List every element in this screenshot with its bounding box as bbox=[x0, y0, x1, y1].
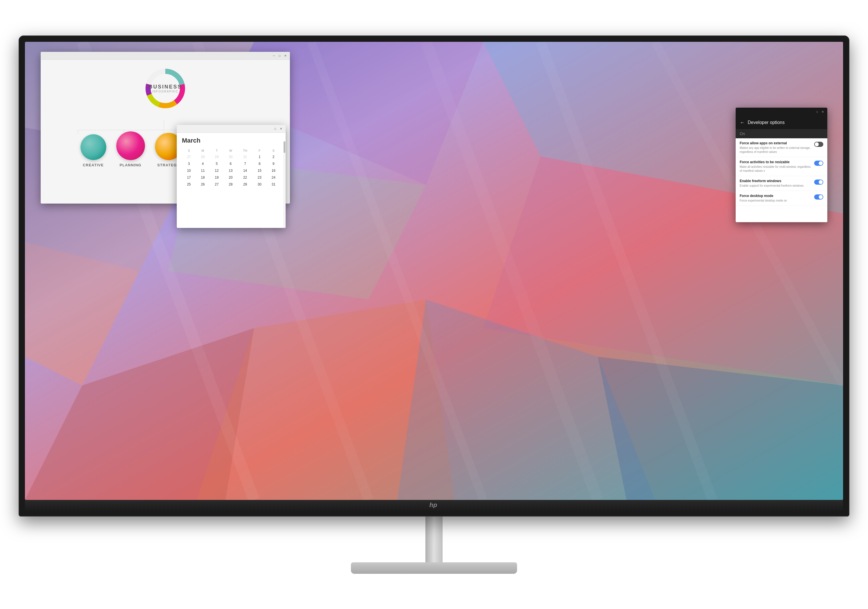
monitor-screen: ─ □ ✕ bbox=[25, 42, 843, 500]
hp-logo: hp bbox=[428, 501, 440, 510]
calendar-window: □ ✕ March S M T W bbox=[177, 125, 285, 228]
monitor-chin: hp bbox=[25, 500, 843, 512]
cal-day-8[interactable]: 8 bbox=[253, 160, 267, 167]
dev-back-icon[interactable]: ← bbox=[740, 120, 745, 126]
dev-option-2-title: Force activities to be resizable bbox=[740, 160, 811, 164]
dev-option-2-text: Force activities to be resizable Make al… bbox=[740, 160, 814, 173]
cal-day-10[interactable]: 10 bbox=[182, 167, 196, 174]
calendar-grid: S M T W TH F S bbox=[182, 148, 281, 188]
calendar-body: March S M T W TH F S bbox=[177, 133, 285, 192]
cal-day-17[interactable]: 17 bbox=[182, 174, 196, 181]
monitor-frame: ─ □ ✕ bbox=[19, 36, 849, 516]
calendar-week-1: 3 4 5 6 7 8 9 bbox=[182, 160, 281, 167]
calendar-titlebar: □ ✕ bbox=[177, 125, 285, 133]
circle-planning-ball bbox=[116, 131, 145, 160]
calendar-month-label: March bbox=[182, 137, 281, 144]
cal-day-25[interactable]: 25 bbox=[182, 181, 196, 188]
infographic-restore-btn[interactable]: □ bbox=[277, 53, 282, 58]
cal-header-m: M bbox=[196, 148, 210, 153]
cal-day-29[interactable]: 29 bbox=[237, 181, 253, 188]
dev-option-2-desc: Make all activities resizable for multi-… bbox=[740, 165, 811, 173]
dev-option-1-desc: Makes any app eligible to be written to … bbox=[740, 146, 811, 154]
cal-day-30[interactable]: 30 bbox=[253, 181, 267, 188]
dev-option-4-title: Force desktop mode bbox=[740, 194, 811, 198]
dev-option-2: Force activities to be resizable Make al… bbox=[736, 157, 827, 176]
cal-day-16[interactable]: 16 bbox=[267, 167, 281, 174]
dev-option-3-desc: Enable support for experimental freeform… bbox=[740, 184, 811, 188]
calendar-header-row: S M T W TH F S bbox=[182, 148, 281, 153]
calendar-week-2: 10 11 12 13 14 15 16 bbox=[182, 167, 281, 174]
cal-day-2[interactable]: 2 bbox=[267, 153, 281, 160]
calendar-week-3: 17 18 19 20 22 23 24 bbox=[182, 174, 281, 181]
dev-option-1-title: Force allow apps on external bbox=[740, 141, 811, 145]
cal-day-24[interactable]: 24 bbox=[267, 174, 281, 181]
cal-day-27-prev[interactable]: 27 bbox=[182, 153, 196, 160]
cal-day-12[interactable]: 12 bbox=[210, 167, 224, 174]
infographic-sub-title: INFOGRAPHIC bbox=[152, 90, 178, 93]
monitor-wrapper: ─ □ ✕ bbox=[19, 36, 849, 574]
cal-day-13[interactable]: 13 bbox=[224, 167, 238, 174]
cal-day-14[interactable]: 14 bbox=[237, 167, 253, 174]
dev-close-btn[interactable]: ✕ bbox=[820, 110, 825, 114]
cal-day-9[interactable]: 9 bbox=[267, 160, 281, 167]
cal-header-f: F bbox=[253, 148, 267, 153]
cal-day-31[interactable]: 31 bbox=[267, 181, 281, 188]
monitor-stand-neck bbox=[425, 516, 443, 562]
monitor-stand-base bbox=[351, 562, 517, 574]
cal-day-18[interactable]: 18 bbox=[196, 174, 210, 181]
cal-day-30-prev[interactable]: 30 bbox=[224, 153, 238, 160]
cal-header-s1: S bbox=[182, 148, 196, 153]
circle-planning: PLANNING bbox=[116, 131, 145, 167]
dev-toggle-3[interactable] bbox=[814, 179, 823, 185]
cal-day-5[interactable]: 5 bbox=[210, 160, 224, 167]
cal-day-3[interactable]: 3 bbox=[182, 160, 196, 167]
cal-day-28[interactable]: 28 bbox=[224, 181, 238, 188]
dev-minimize-btn[interactable]: □ bbox=[815, 110, 819, 114]
cal-day-28-prev[interactable]: 28 bbox=[196, 153, 210, 160]
cal-day-26[interactable]: 26 bbox=[196, 181, 210, 188]
dev-option-1-text: Force allow apps on external Makes any a… bbox=[740, 141, 814, 154]
cal-header-th: TH bbox=[237, 148, 253, 153]
cal-day-23[interactable]: 23 bbox=[253, 174, 267, 181]
infographic-titlebar: ─ □ ✕ bbox=[41, 52, 290, 60]
dev-header: ← Developer options bbox=[736, 116, 827, 129]
dev-toggle-4[interactable] bbox=[814, 195, 823, 199]
dev-titlebar: □ ✕ bbox=[736, 108, 827, 116]
circle-creative: CREATIVE bbox=[81, 134, 106, 167]
calendar-scrollbar[interactable] bbox=[283, 141, 285, 228]
cal-day-15[interactable]: 15 bbox=[253, 167, 267, 174]
cal-day-20[interactable]: 20 bbox=[224, 174, 238, 181]
cal-day-31-prev[interactable]: 31 bbox=[237, 153, 253, 160]
cal-day-29-prev[interactable]: 29 bbox=[210, 153, 224, 160]
dev-header-title: Developer options bbox=[748, 120, 784, 125]
dev-on-label: On bbox=[736, 129, 827, 138]
cal-day-22[interactable]: 22 bbox=[237, 174, 253, 181]
calendar-scrollbar-thumb[interactable] bbox=[284, 141, 285, 153]
cal-day-11[interactable]: 11 bbox=[196, 167, 210, 174]
cal-day-6[interactable]: 6 bbox=[224, 160, 238, 167]
circle-strategy-label: STRATEGY bbox=[157, 163, 180, 167]
dev-option-1: Force allow apps on external Makes any a… bbox=[736, 138, 827, 157]
cal-header-t1: T bbox=[210, 148, 224, 153]
cal-day-1[interactable]: 1 bbox=[253, 153, 267, 160]
svg-text:hp: hp bbox=[429, 501, 437, 508]
cal-header-w: W bbox=[224, 148, 238, 153]
cal-day-27[interactable]: 27 bbox=[210, 181, 224, 188]
dev-toggle-2[interactable] bbox=[814, 161, 823, 166]
dev-option-3-title: Enable freeform windows bbox=[740, 179, 811, 183]
developer-window: □ ✕ ← Developer options On Force allow a… bbox=[736, 108, 827, 222]
calendar-close-btn[interactable]: ✕ bbox=[279, 126, 283, 131]
circle-creative-ball bbox=[81, 134, 106, 160]
cal-day-4[interactable]: 4 bbox=[196, 160, 210, 167]
infographic-title-area: BUSINESS INFOGRAPHIC bbox=[143, 66, 188, 114]
cal-day-7[interactable]: 7 bbox=[237, 160, 253, 167]
circle-planning-label: PLANNING bbox=[120, 163, 141, 167]
cal-day-19[interactable]: 19 bbox=[210, 174, 224, 181]
calendar-minimize-btn[interactable]: □ bbox=[273, 126, 277, 131]
dev-option-4-text: Force desktop mode Force experimental de… bbox=[740, 194, 814, 203]
infographic-close-btn[interactable]: ✕ bbox=[283, 53, 288, 58]
infographic-minimize-btn[interactable]: ─ bbox=[271, 53, 276, 58]
dev-toggle-1[interactable] bbox=[814, 142, 823, 147]
dev-option-4-desc: Force experimental desktop mode on bbox=[740, 199, 811, 203]
circle-creative-label: CREATIVE bbox=[83, 163, 104, 167]
